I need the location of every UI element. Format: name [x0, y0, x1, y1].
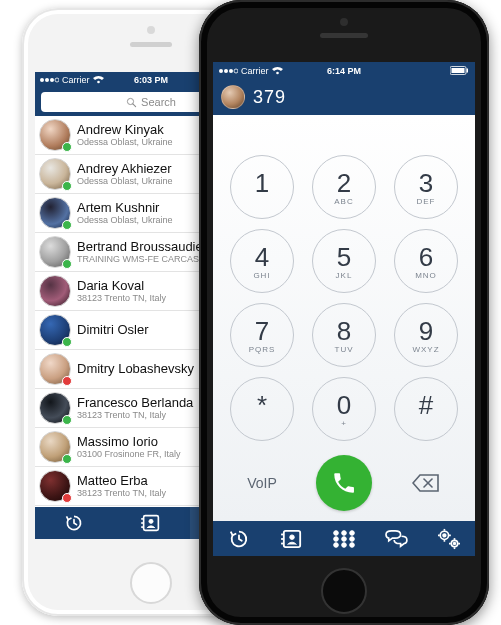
avatar: [39, 353, 71, 385]
presence-dot: [62, 376, 72, 386]
key-letters: WXYZ: [412, 345, 439, 353]
presence-dot: [62, 220, 72, 230]
dial-header: 379: [213, 79, 475, 115]
svg-point-2: [50, 78, 54, 82]
dialpad-icon: [332, 529, 356, 549]
svg-rect-30: [452, 68, 465, 73]
svg-point-0: [40, 78, 44, 82]
earpiece: [130, 42, 172, 47]
tab-chat[interactable]: [370, 521, 422, 556]
dialpad-key[interactable]: #: [394, 377, 458, 441]
svg-point-14: [149, 519, 153, 523]
key-letters: GHI: [253, 271, 270, 279]
signal-icon: [218, 67, 238, 75]
key-digit: 6: [419, 244, 433, 270]
key-digit: 5: [337, 244, 351, 270]
tab-contacts[interactable]: [112, 507, 189, 539]
tab-history[interactable]: [213, 521, 265, 556]
tab-bar: [213, 521, 475, 556]
dialpad-key[interactable]: 4 GHI: [230, 229, 294, 293]
avatar: [39, 470, 71, 502]
svg-point-45: [334, 542, 339, 547]
avatar: [39, 236, 71, 268]
backspace-button[interactable]: [394, 473, 458, 493]
key-digit: #: [419, 392, 433, 418]
key-letters: ABC: [334, 197, 353, 205]
address-book-icon: [141, 514, 161, 532]
dialpad-area: 1 2 ABC 3 DEF 4 GHI: [213, 115, 475, 521]
avatar: [39, 158, 71, 190]
dialpad-key[interactable]: 8 TUV: [312, 303, 376, 367]
key-digit: 1: [255, 170, 269, 196]
svg-point-46: [342, 542, 347, 547]
presence-dot: [62, 493, 72, 503]
dialpad-key[interactable]: 0 +: [312, 377, 376, 441]
key-digit: *: [257, 392, 267, 418]
search-icon: [126, 97, 137, 108]
svg-point-4: [97, 81, 100, 84]
wifi-icon: [272, 67, 283, 75]
dialpad-key[interactable]: 6 MNO: [394, 229, 458, 293]
history-icon: [64, 513, 84, 533]
key-digit: 9: [419, 318, 433, 344]
home-button[interactable]: [130, 562, 172, 604]
presence-dot: [62, 454, 72, 464]
svg-point-47: [350, 542, 355, 547]
key-letters: JKL: [336, 271, 353, 279]
caller-avatar[interactable]: [221, 85, 245, 109]
avatar: [39, 392, 71, 424]
dialpad-key[interactable]: 5 JKL: [312, 229, 376, 293]
status-time: 6:03 PM: [134, 75, 168, 85]
wifi-icon: [93, 76, 104, 84]
settings-icon: [437, 528, 461, 550]
tab-dialpad[interactable]: [318, 521, 370, 556]
dialpad-key[interactable]: 7 PQRS: [230, 303, 294, 367]
svg-point-43: [342, 536, 347, 541]
key-digit: 3: [419, 170, 433, 196]
keypad: 1 2 ABC 3 DEF 4 GHI: [230, 155, 458, 441]
phone-icon: [331, 470, 357, 496]
avatar: [39, 314, 71, 346]
key-letters: +: [341, 419, 347, 427]
backspace-icon: [412, 473, 440, 493]
svg-rect-31: [467, 69, 469, 73]
svg-point-42: [334, 536, 339, 541]
call-button[interactable]: [316, 455, 372, 511]
key-letters: MNO: [415, 271, 437, 279]
history-icon: [228, 528, 250, 550]
dialpad-key[interactable]: 9 WXYZ: [394, 303, 458, 367]
status-bar: Carrier 6:14 PM: [213, 62, 475, 79]
key-digit: 7: [255, 318, 269, 344]
dialed-number: 379: [253, 87, 286, 108]
voip-label[interactable]: VoIP: [230, 475, 294, 491]
svg-line-9: [133, 103, 136, 106]
avatar: [39, 431, 71, 463]
tab-contacts[interactable]: [265, 521, 317, 556]
avatar-image: [39, 275, 71, 307]
dialpad-key[interactable]: 1: [230, 155, 294, 219]
key-digit: 4: [255, 244, 269, 270]
screen-dialer: Carrier 6:14 PM 379 1: [213, 62, 475, 556]
key-digit: 8: [337, 318, 351, 344]
key-letters: TUV: [335, 345, 354, 353]
svg-point-44: [350, 536, 355, 541]
svg-point-3: [55, 78, 59, 82]
key-digit: 0: [337, 392, 351, 418]
svg-point-26: [229, 69, 233, 73]
front-camera: [147, 26, 155, 34]
svg-point-27: [234, 69, 238, 73]
key-digit: 2: [337, 170, 351, 196]
dialpad-key[interactable]: 3 DEF: [394, 155, 458, 219]
svg-point-38: [289, 534, 294, 539]
presence-dot: [62, 142, 72, 152]
presence-dot: [62, 415, 72, 425]
tab-history[interactable]: [35, 507, 112, 539]
presence-dot: [62, 337, 72, 347]
home-button[interactable]: [321, 568, 367, 614]
tab-settings[interactable]: [423, 521, 475, 556]
key-letters: PQRS: [249, 345, 276, 353]
svg-point-49: [443, 533, 446, 536]
dialpad-key[interactable]: 2 ABC: [312, 155, 376, 219]
search-placeholder: Search: [141, 96, 176, 108]
dialpad-key[interactable]: *: [230, 377, 294, 441]
